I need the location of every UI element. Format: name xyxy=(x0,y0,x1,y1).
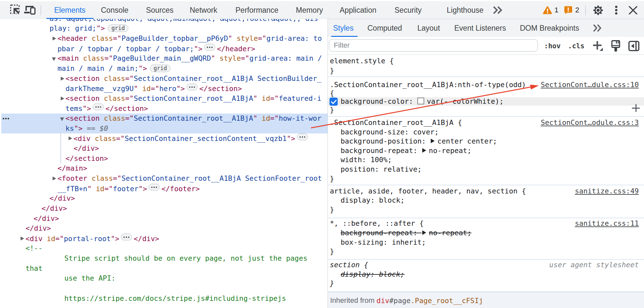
dom-tree-row[interactable]: main / main / main;">grid xyxy=(0,64,328,74)
dom-tree-row[interactable]: tems"></section> xyxy=(0,103,328,114)
settings-gear-icon[interactable] xyxy=(592,1,604,19)
sidebar-tab-layout[interactable]: Layout xyxy=(417,19,440,37)
ellipsis-expand-pill[interactable] xyxy=(204,44,215,51)
tab-memory[interactable]: Memory xyxy=(296,1,323,19)
expand-arrow-right-icon[interactable] xyxy=(68,133,73,144)
style-close-line[interactable]: } xyxy=(328,106,644,114)
dom-tree-row[interactable]: <section class="SectionContainer_root__A… xyxy=(0,94,328,104)
stylesheet-link[interactable]: SectionCont…odule.css:3 xyxy=(541,118,639,128)
sidebar-tab-computed[interactable]: Computed xyxy=(367,19,402,37)
dom-tree-row[interactable]: play: grid;">grid xyxy=(0,23,328,34)
style-prop-line[interactable]: position: relative; xyxy=(328,165,644,174)
filter-input[interactable] xyxy=(329,39,538,52)
ellipsis-expand-pill[interactable] xyxy=(121,234,132,240)
dom-tree-row[interactable]: <main class="PageBuilder_main__gWQRD" st… xyxy=(0,54,328,64)
tab-performance[interactable]: Performance xyxy=(235,1,279,19)
stylesheet-link[interactable]: SectionCont…dule.css:10 xyxy=(541,80,639,89)
dom-tree-row[interactable]: <div class="SectionContainer_sectionCont… xyxy=(0,133,328,144)
dom-tree-row[interactable]: __fTB+n" id="footer"></footer> xyxy=(0,184,328,194)
dom-tree-row[interactable]: <header class="PageBuilder_topbar__pP6yD… xyxy=(0,34,328,44)
sidebar-tab-styles[interactable]: Styles xyxy=(333,19,354,37)
style-brace-line[interactable]: { xyxy=(328,89,644,97)
stylesheet-link[interactable]: sanitize.css:11 xyxy=(575,219,639,228)
dom-tree-row[interactable]: </div> xyxy=(0,193,328,204)
dom-tree-row[interactable]: as: &quot;topbar&quot; &quot;main&quot; … xyxy=(0,19,328,23)
dock-sidebar-icon[interactable] xyxy=(628,37,639,55)
close-icon[interactable] xyxy=(626,1,639,19)
dom-tree-row[interactable]: <footer class="SectionContainer_root__A1… xyxy=(0,174,328,184)
style-close-line[interactable]: } xyxy=(328,174,644,184)
style-prop-line[interactable]: background-color: var(--colorWhite); xyxy=(328,97,644,106)
dom-tree-row[interactable]: </div> xyxy=(0,144,328,154)
more-tabs-icon[interactable] xyxy=(492,1,505,19)
shorthand-expander-icon[interactable] xyxy=(431,139,435,143)
dom-tree-row[interactable]: </main> xyxy=(0,163,328,174)
style-prop-line[interactable]: background-position: center center; xyxy=(328,137,644,146)
warnings-button[interactable]: 1 xyxy=(543,1,558,19)
dom-tree-row[interactable]: https://stripe.com/docs/stripe.js#includ… xyxy=(0,294,328,304)
expand-arrow-right-icon[interactable] xyxy=(60,94,65,104)
stylesheet-link[interactable]: sanitize.css:49 xyxy=(575,187,639,196)
property-checkbox[interactable] xyxy=(330,98,338,106)
tab-network[interactable]: Network xyxy=(190,1,217,19)
style-sel-line[interactable]: article, aside, footer, header, nav, sec… xyxy=(328,187,644,196)
tab-application[interactable]: Application xyxy=(340,1,377,19)
dom-tree-row[interactable]: </div> xyxy=(0,223,328,234)
element-classes-button[interactable]: .cls xyxy=(568,37,585,55)
expand-arrow-right-icon[interactable] xyxy=(60,74,65,84)
dom-tree-row[interactable]: Stripe script should be on every page, n… xyxy=(0,254,328,264)
insert-style-rule-button[interactable] xyxy=(632,104,640,112)
dom-tree-row[interactable] xyxy=(0,284,328,294)
dom-tree-row[interactable]: that xyxy=(0,264,328,274)
style-close-line[interactable]: } xyxy=(328,205,644,215)
device-toolbar-icon[interactable] xyxy=(24,1,36,19)
kebab-menu-icon[interactable] xyxy=(612,1,620,19)
style-close-line[interactable]: } xyxy=(328,279,644,288)
sidebar-tab-dom-breakpoints[interactable]: DOM Breakpoints xyxy=(520,19,579,37)
ellipsis-expand-pill[interactable] xyxy=(297,133,308,140)
dom-tree-row[interactable]: </div> xyxy=(0,204,328,214)
style-prop-line[interactable]: background-size: cover; xyxy=(328,128,644,137)
sidebar-tab-event-listeners[interactable]: Event Listeners xyxy=(454,19,506,37)
expand-arrow-down-icon[interactable] xyxy=(60,114,65,124)
ellipsis-expand-pill[interactable] xyxy=(93,103,104,110)
tab-lighthouse[interactable]: Lighthouse xyxy=(447,1,484,19)
dom-tree-row[interactable]: darkTheme__vzg9U" id="hero"></section> xyxy=(0,84,328,94)
expand-arrow-right-icon[interactable] xyxy=(20,234,25,244)
inherited-node-link[interactable]: div#page.Page_root__cFSIj xyxy=(377,297,483,305)
paint-format-icon[interactable] xyxy=(611,37,620,55)
new-style-rule-button[interactable] xyxy=(592,37,604,55)
style-sel-line[interactable]: section {user agent stylesheet xyxy=(328,260,644,270)
dom-tree-row[interactable]: </section> xyxy=(0,154,328,164)
style-sel-line[interactable]: .SectionContainer_root__A1BjA:nth-of-typ… xyxy=(328,80,644,89)
color-swatch[interactable] xyxy=(417,98,424,104)
dom-tree-row[interactable]: <section class="SectionContainer_root__A… xyxy=(0,114,328,124)
dom-tree-row[interactable]: ks"> == $0 xyxy=(0,124,328,134)
inspect-element-icon[interactable] xyxy=(10,1,22,19)
row-more-actions-dots[interactable] xyxy=(3,114,12,124)
expand-arrow-down-icon[interactable] xyxy=(52,54,57,64)
style-prop-line[interactable]: display: block; xyxy=(328,270,644,279)
grid-badge[interactable]: grid xyxy=(108,24,128,32)
style-close-line[interactable]: } xyxy=(328,247,644,256)
issues-button[interactable]: 2 xyxy=(564,1,579,19)
ellipsis-expand-pill[interactable] xyxy=(186,84,198,90)
style-close-line[interactable]: } xyxy=(328,66,644,76)
dom-tree-row[interactable]: use the API: xyxy=(0,273,328,284)
style-prop-line[interactable]: background-repeat: no-repeat; xyxy=(328,228,644,238)
ellipsis-expand-pill[interactable] xyxy=(149,184,160,191)
expand-arrow-right-icon[interactable] xyxy=(52,34,57,44)
tab-sources[interactable]: Sources xyxy=(146,1,173,19)
tab-console[interactable]: Console xyxy=(101,1,128,19)
style-sel-line[interactable]: *, ::before, ::after {sanitize.css:11 xyxy=(328,219,644,228)
style-prop-line[interactable]: display: block; xyxy=(328,196,644,205)
style-prop-line[interactable]: width: 100%; xyxy=(328,155,644,165)
style-prop-line[interactable]: box-sizing: inherit; xyxy=(328,238,644,247)
tab-elements[interactable]: Elements xyxy=(54,1,86,19)
dom-tree-row[interactable]: <!-- xyxy=(0,243,328,254)
grid-badge[interactable]: grid xyxy=(150,65,170,72)
style-prop-line[interactable]: background-repeat: no-repeat; xyxy=(328,146,644,156)
tab-security[interactable]: Security xyxy=(394,1,422,19)
shorthand-expander-icon[interactable] xyxy=(422,148,426,153)
toggle-element-state-button[interactable]: :hov xyxy=(544,37,561,55)
